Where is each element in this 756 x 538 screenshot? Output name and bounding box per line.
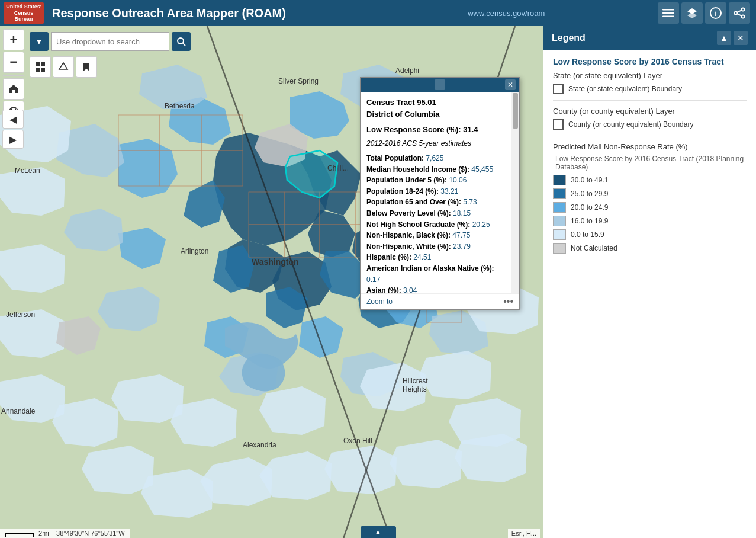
popup-titlebar: ─ ✕ xyxy=(361,78,519,92)
feature-popup: ─ ✕ Census Tract 95.01 District of Colum… xyxy=(360,77,520,310)
popup-field-value: 33.21 xyxy=(440,187,458,196)
toolbar-divider xyxy=(3,75,24,76)
legend-swatch xyxy=(553,216,566,226)
popup-field-label: Asian (%): xyxy=(366,286,403,293)
svg-marker-57 xyxy=(82,446,154,494)
legend-county-boundary-label: County (or county equivalent) Boundary xyxy=(568,120,693,129)
popup-minimize-button[interactable]: ─ xyxy=(435,79,445,90)
svg-marker-50 xyxy=(111,374,184,423)
search-dropdown-button[interactable]: ▼ xyxy=(30,32,49,51)
menu-icon-btn[interactable] xyxy=(658,2,679,24)
bookmark-tool-button[interactable] xyxy=(76,56,97,78)
nav-arrow-right[interactable]: ▶ xyxy=(2,130,24,149)
svg-marker-4 xyxy=(687,12,697,18)
legend-title: Legend xyxy=(552,33,586,43)
legend-range-item: 16.0 to 19.9 xyxy=(553,216,747,226)
popup-field-value: 3.04 xyxy=(403,286,417,293)
legend-swatch xyxy=(553,243,566,254)
legend-swatch xyxy=(553,188,566,199)
popup-scrollbar-thumb xyxy=(513,93,518,129)
svg-line-11 xyxy=(737,14,742,16)
popup-zoom-to-link[interactable]: Zoom to xyxy=(366,297,393,306)
svg-marker-98 xyxy=(59,63,67,69)
popup-field-label: Population 65 and Over (%): xyxy=(366,198,463,206)
svg-line-10 xyxy=(737,10,742,12)
app-title: Response Outreach Area Mapper (ROAM) xyxy=(52,7,355,20)
scale-bar-display: 2mi xyxy=(5,530,51,537)
popup-acs-label: 2012-2016 ACS 5-year estimates xyxy=(366,138,504,149)
popup-district: District of Columbia xyxy=(366,108,504,120)
popup-field: Not High School Graduate (%): 20.25 xyxy=(366,219,504,230)
svg-rect-94 xyxy=(36,62,40,66)
popup-field-label: Population Under 5 (%): xyxy=(366,176,449,184)
popup-footer: Zoom to ••• xyxy=(361,293,519,309)
legend-range-label: 25.0 to 29.9 xyxy=(571,190,608,198)
app-header: United States'CensusBureau Response Outr… xyxy=(0,0,756,26)
svg-line-93 xyxy=(183,43,185,46)
popup-scrollbar[interactable] xyxy=(511,92,519,293)
legend-collapse-button[interactable]: ▲ xyxy=(717,31,731,45)
legend-state-checkbox[interactable] xyxy=(553,84,564,94)
popup-field: Below Poverty Level (%): 18.15 xyxy=(366,208,504,219)
popup-field-value: 24.51 xyxy=(413,253,431,261)
logo-text: United States'CensusBureau xyxy=(6,4,41,23)
legend-county-checkbox[interactable] xyxy=(553,119,564,130)
popup-field-value: 0.17 xyxy=(366,276,380,284)
popup-content: Census Tract 95.01 District of Columbia … xyxy=(361,92,519,293)
legend-county-boundary-item: County (or county equivalent) Boundary xyxy=(553,119,747,130)
popup-field-label: Not High School Graduate (%): xyxy=(366,220,472,229)
legend-range-item: 25.0 to 29.9 xyxy=(553,188,747,199)
info-icon-btn[interactable]: i xyxy=(705,2,726,24)
svg-marker-47 xyxy=(0,309,65,358)
zoom-in-button[interactable]: + xyxy=(3,29,24,50)
header-icons: i xyxy=(658,2,750,24)
popup-field-value: 18.15 xyxy=(453,209,471,217)
popup-field: Non-Hispanic, White (%): 23.79 xyxy=(366,241,504,252)
home-button[interactable] xyxy=(3,78,24,100)
share-icon-btn[interactable] xyxy=(729,2,750,24)
svg-marker-54 xyxy=(419,351,491,399)
popup-field-label: Below Poverty Level (%): xyxy=(366,209,453,217)
legend-county-layer-label: County (or county equivalent) Layer xyxy=(553,107,747,116)
popup-field-label: Non-Hispanic, Black (%): xyxy=(366,231,452,239)
search-input[interactable] xyxy=(51,32,169,51)
legend-state-layer-label: State (or state equivalent) Layer xyxy=(553,71,747,80)
legend-close-button[interactable]: ✕ xyxy=(734,31,748,45)
svg-point-92 xyxy=(178,38,184,44)
svg-rect-96 xyxy=(36,68,40,72)
svg-point-7 xyxy=(735,12,738,15)
popup-field: Population 18-24 (%): 33.21 xyxy=(366,186,504,197)
popup-more-icon[interactable]: ••• xyxy=(503,296,513,307)
draw-tool-button[interactable] xyxy=(53,56,74,78)
popup-tract-name: Census Tract 95.01 xyxy=(366,97,504,108)
layers-icon-btn[interactable] xyxy=(681,2,703,24)
scale-label: 2mi xyxy=(38,530,49,537)
bottom-center-button-container: ▲ xyxy=(361,526,396,538)
popup-field-label: American Indian or Alaska Native (%): xyxy=(366,264,494,273)
grid-tool-button[interactable] xyxy=(30,56,51,78)
popup-field-value: 20.25 xyxy=(472,220,490,229)
legend-header-icons: ▲ ✕ xyxy=(717,31,748,45)
popup-field-label: Non-Hispanic, White (%): xyxy=(366,242,453,251)
legend-range-item: 20.0 to 24.9 xyxy=(553,202,747,213)
svg-marker-42 xyxy=(98,287,160,331)
zoom-out-button[interactable]: − xyxy=(3,52,24,73)
legend-state-boundary-label: State (or state equivalent) Boundary xyxy=(568,85,682,93)
legend-predicted-sublabel: Low Response Score by 2016 Census Tract … xyxy=(555,155,747,171)
legend-range-item: 0.0 to 15.9 xyxy=(553,229,747,240)
legend-ranges: 30.0 to 49.125.0 to 29.920.0 to 24.916.0… xyxy=(553,175,747,254)
dropdown-icon: ▼ xyxy=(35,37,43,46)
svg-marker-63 xyxy=(455,434,527,482)
coordinates-text: 38°49'30"N 76°55'31"W xyxy=(56,530,125,537)
svg-rect-0 xyxy=(662,9,674,11)
popup-field: Population Under 5 (%): 10.06 xyxy=(366,175,504,186)
nav-arrow-left[interactable]: ◀ xyxy=(2,110,24,129)
svg-marker-62 xyxy=(390,440,462,488)
svg-point-8 xyxy=(742,8,745,11)
legend-panel: Legend ▲ ✕ Low Response Score by 2016 Ce… xyxy=(543,26,756,538)
popup-close-button[interactable]: ✕ xyxy=(505,79,516,90)
legend-swatch xyxy=(553,175,566,185)
bottom-expand-button[interactable]: ▲ xyxy=(361,526,396,538)
popup-field-label: Median Household Income ($): xyxy=(366,165,471,174)
search-submit-button[interactable] xyxy=(172,32,191,51)
